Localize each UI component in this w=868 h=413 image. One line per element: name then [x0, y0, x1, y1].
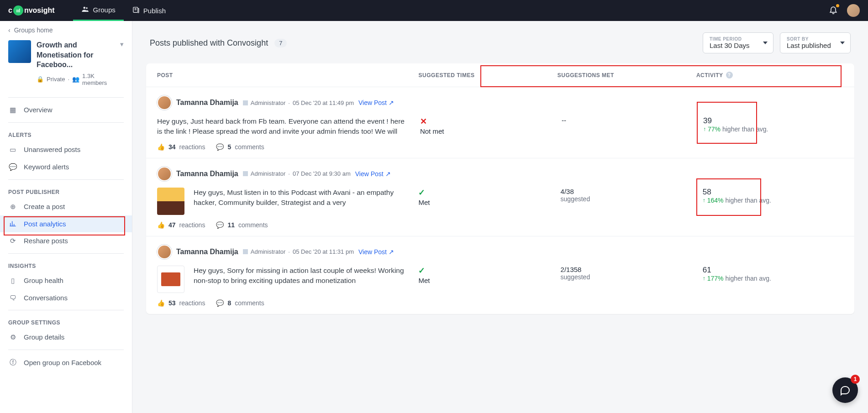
- sidebar-item-group-health[interactable]: ▯ Group health: [0, 272, 132, 289]
- grid-icon: ▦: [8, 106, 17, 114]
- lock-icon: 🔒: [37, 76, 44, 83]
- post-row: Tamanna Dhamija Administrator · 05 Dec '…: [146, 236, 854, 314]
- sidebar-item-create-post[interactable]: ⊕ Create a post: [0, 198, 132, 215]
- logo-badge-icon: ııl: [13, 5, 23, 16]
- sidebar-item-conversations[interactable]: 🗨 Conversations: [0, 289, 132, 306]
- activity-value: 39: [703, 116, 843, 125]
- external-link-icon: ↗: [389, 248, 394, 256]
- suggestions-value: 4/38: [561, 188, 694, 195]
- activity-percent: 177%: [707, 275, 724, 282]
- help-icon[interactable]: ?: [726, 72, 733, 78]
- reactions-count[interactable]: 👍 47 reactions: [157, 221, 205, 229]
- sort-by-value: Last published: [787, 42, 834, 49]
- view-post-link[interactable]: View Post ↗: [358, 248, 394, 256]
- groups-icon: [81, 5, 89, 15]
- status-check-icon: ✓: [418, 188, 551, 198]
- svg-point-1: [86, 7, 88, 9]
- group-details-label: Group details: [24, 333, 64, 341]
- status-check-icon: ✓: [418, 266, 551, 276]
- posts-count-badge: 7: [274, 39, 287, 47]
- user-avatar[interactable]: [847, 4, 860, 17]
- reactions-count[interactable]: 👍 34 reactions: [157, 143, 205, 151]
- author-name[interactable]: Tamanna Dhamija: [176, 170, 238, 178]
- sidebar-item-post-analytics[interactable]: Post analytics: [0, 215, 132, 232]
- comments-label: comments: [238, 221, 268, 229]
- group-members: 1.3K members: [82, 73, 115, 86]
- main-content: Posts published with Convosight 7 TIME P…: [132, 21, 868, 413]
- logo[interactable]: c ııl nvosight: [8, 5, 55, 16]
- reactions-number: 53: [168, 299, 176, 307]
- reactions-number: 34: [168, 143, 176, 151]
- external-link-icon: ↗: [385, 170, 391, 178]
- post-publisher-section-label: POST PUBLISHER: [0, 183, 132, 198]
- nav-groups[interactable]: Groups: [73, 0, 124, 21]
- admin-badge-icon: [243, 171, 248, 176]
- comments-number: 11: [227, 221, 235, 229]
- reactions-label: reactions: [179, 221, 205, 229]
- publish-icon: [132, 6, 140, 15]
- keyword-label: Keyword alerts: [24, 163, 69, 171]
- time-period-select[interactable]: TIME PERIOD Last 30 Days: [703, 32, 773, 53]
- reshare-label: Reshare posts: [24, 237, 68, 245]
- author-avatar[interactable]: [157, 245, 172, 259]
- page-heading-row: Posts published with Convosight 7 TIME P…: [146, 32, 854, 53]
- arrow-up-icon: ↑: [703, 197, 705, 204]
- battery-icon: ▯: [8, 277, 17, 285]
- post-thumbnail[interactable]: [157, 266, 184, 293]
- comments-count[interactable]: 💬 5 comments: [216, 143, 264, 151]
- chat-fab[interactable]: 1: [832, 377, 858, 403]
- open-facebook-label: Open group on Facebook: [24, 359, 101, 366]
- back-to-groups-home[interactable]: ‹ Groups home: [0, 26, 132, 40]
- external-link-icon: ↗: [389, 99, 394, 106]
- notifications-bell-icon[interactable]: [829, 5, 838, 16]
- author-avatar[interactable]: [157, 95, 172, 110]
- group-thumbnail: [8, 40, 31, 63]
- th-activity: ACTIVITY ?: [696, 72, 843, 78]
- page-title: Posts published with Convosight: [150, 38, 268, 48]
- time-period-label: TIME PERIOD: [710, 37, 757, 42]
- th-activity-label: ACTIVITY: [696, 72, 723, 78]
- sidebar-item-overview[interactable]: ▦ Overview: [0, 101, 132, 119]
- activity-value: 58: [703, 188, 843, 197]
- author-name[interactable]: Tamanna Dhamija: [176, 99, 238, 107]
- view-post-link[interactable]: View Post ↗: [355, 170, 391, 178]
- like-icon: 👍: [157, 143, 165, 151]
- sidebar-item-keyword-alerts[interactable]: 💬 Keyword alerts: [0, 158, 132, 176]
- sidebar-item-reshare[interactable]: ⟳ Reshare posts: [0, 232, 132, 250]
- sort-by-label: SORT BY: [787, 37, 834, 42]
- post-thumbnail[interactable]: [157, 188, 184, 215]
- post-text: Hey guys, Must listen in to this Podcast…: [194, 188, 409, 208]
- sidebar-item-group-details[interactable]: ⚙ Group details: [0, 329, 132, 346]
- back-label: Groups home: [14, 26, 53, 34]
- suggestions-label: suggested: [561, 273, 694, 281]
- post-row: Tamanna Dhamija Administrator · 07 Dec '…: [146, 158, 854, 236]
- chevron-down-icon[interactable]: ▾: [120, 40, 124, 48]
- view-post-link[interactable]: View Post ↗: [358, 99, 394, 106]
- status-x-icon: ✕: [420, 116, 552, 126]
- comments-label: comments: [235, 299, 264, 307]
- group-header[interactable]: Growth and Monetisation for Faceboo... 🔒…: [0, 40, 132, 94]
- comments-number: 8: [227, 299, 231, 307]
- logo-letter-c: c: [8, 6, 12, 15]
- time-period-value: Last 30 Days: [710, 42, 757, 49]
- create-post-label: Create a post: [24, 203, 65, 210]
- group-health-label: Group health: [24, 277, 63, 284]
- comments-count[interactable]: 💬 11 comments: [216, 221, 268, 229]
- activity-percent: 77%: [708, 125, 721, 133]
- author-role: Administrator: [251, 170, 286, 177]
- reactions-number: 47: [168, 221, 176, 229]
- reactions-count[interactable]: 👍 53 reactions: [157, 299, 205, 307]
- comments-count[interactable]: 💬 8 comments: [216, 299, 264, 307]
- sidebar-item-open-facebook[interactable]: ⓕ Open group on Facebook: [0, 354, 132, 371]
- nav-publish[interactable]: Publish: [124, 0, 174, 21]
- nav-groups-label: Groups: [93, 6, 116, 14]
- post-date: 05 Dec '20 at 11:49 pm: [293, 99, 354, 106]
- sidebar-item-unanswered[interactable]: ▭ Unanswered posts: [0, 141, 132, 158]
- sort-by-select[interactable]: SORT BY Last published: [780, 32, 851, 53]
- status-label: Met: [418, 199, 551, 206]
- author-name[interactable]: Tamanna Dhamija: [176, 248, 238, 256]
- admin-badge-icon: [243, 249, 248, 254]
- status-label: Met: [418, 277, 551, 284]
- author-avatar[interactable]: [157, 167, 172, 181]
- unanswered-label: Unanswered posts: [24, 146, 80, 153]
